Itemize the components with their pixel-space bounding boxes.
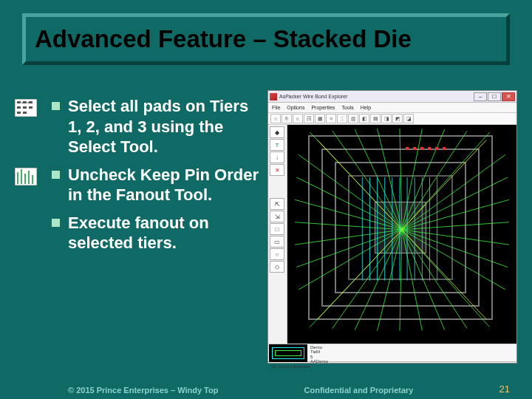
menu-item[interactable]: Properties <box>311 105 335 110</box>
svg-line-21 <box>400 129 402 230</box>
palette-button[interactable]: ⇲ <box>270 211 284 222</box>
svg-line-32 <box>402 230 445 330</box>
toolbar-button[interactable]: 田 <box>304 114 314 123</box>
confidential-text: Confidential and Proprietary <box>304 386 414 395</box>
svg-rect-3 <box>29 101 33 103</box>
design-canvas[interactable] <box>287 125 516 344</box>
wire-bonds <box>287 125 516 344</box>
toolbar-button[interactable]: ░ <box>337 114 347 123</box>
svg-line-42 <box>402 155 505 230</box>
svg-line-71 <box>318 140 402 230</box>
menu-item[interactable]: File <box>272 105 280 110</box>
toolbar-button[interactable]: ◨ <box>381 114 392 123</box>
maximize-button[interactable]: □ <box>488 92 501 101</box>
palette-button[interactable]: ↓ <box>270 151 284 163</box>
svg-line-47 <box>402 230 508 267</box>
pad <box>413 147 416 150</box>
window-titlebar: AsPacker Wire Bond Explorer – □ ✕ <box>268 91 516 103</box>
pad <box>406 147 409 150</box>
bullet-list: Select all pads on Tiers 1, 2, and 3 usi… <box>13 96 261 261</box>
bullet-item: Select all pads on Tiers 1, 2, and 3 usi… <box>13 96 261 157</box>
slide-footer: © 2015 Prince Enterprises – Windy Top Co… <box>0 383 532 395</box>
svg-line-44 <box>402 200 509 230</box>
toolbar-button[interactable]: ≡ <box>326 114 336 123</box>
menu-item[interactable]: Help <box>361 105 371 110</box>
svg-rect-2 <box>23 101 27 103</box>
palette-button[interactable]: ▭ <box>270 236 284 248</box>
svg-rect-1 <box>17 101 21 103</box>
select-tool-icon <box>13 98 38 118</box>
toolbar: ⌂ ⎘ ⎌ 田 ▦ ≡ ░ ▥ ◧ ▤ ◨ ◩ ◪ <box>268 113 516 125</box>
bullet-text: Uncheck Keep Pin Order in the Fanout Too… <box>68 165 261 205</box>
svg-line-23 <box>402 129 445 230</box>
toolbar-button[interactable]: ⎌ <box>293 114 303 123</box>
svg-line-18 <box>332 131 402 230</box>
fanout-tool-icon <box>13 166 38 187</box>
page-number: 21 <box>499 383 510 395</box>
svg-line-37 <box>295 200 402 230</box>
palette-button[interactable]: ◇ <box>270 261 284 273</box>
palette-button[interactable]: ⇱ <box>270 198 284 210</box>
svg-rect-5 <box>23 106 27 109</box>
pad <box>443 147 446 150</box>
svg-line-36 <box>296 177 402 230</box>
toolbar-button[interactable]: ◩ <box>392 114 403 123</box>
toolbar-button[interactable]: ⎘ <box>282 114 292 123</box>
svg-line-28 <box>355 230 402 330</box>
object-list: Demo TieM 5 AADemo <box>308 344 516 361</box>
palette-button[interactable]: ○ <box>270 248 284 260</box>
window-title: AsPacker Wire Bond Explorer <box>279 94 348 99</box>
toolbar-button[interactable]: ◪ <box>403 114 414 123</box>
palette-button[interactable]: □ <box>270 223 284 235</box>
svg-line-43 <box>402 177 508 230</box>
svg-line-48 <box>402 230 505 290</box>
svg-rect-6 <box>29 106 33 109</box>
minimize-button[interactable]: – <box>474 92 487 101</box>
svg-line-40 <box>296 230 402 267</box>
pad <box>428 147 431 150</box>
svg-line-30 <box>400 230 402 331</box>
svg-rect-4 <box>17 106 21 109</box>
svg-rect-8 <box>23 112 27 114</box>
svg-line-45 <box>402 222 509 230</box>
thumbnail[interactable] <box>269 344 307 362</box>
bullet-marker <box>43 213 68 227</box>
bullet-text: Select all pads on Tiers 1, 2, and 3 usi… <box>68 96 261 157</box>
title-frame: Advanced Feature – Stacked Die <box>22 13 510 65</box>
menu-item[interactable]: Options <box>287 105 304 110</box>
bullet-item: Execute fanout on selected tiers. <box>13 213 261 253</box>
bottom-panel: Demo TieM 5 AADemo <box>268 344 516 361</box>
svg-line-27 <box>332 230 402 329</box>
copyright-text: © 2015 Prince Enterprises – Windy Top <box>68 386 218 395</box>
menu-bar: File Options Properties Tools Help <box>268 103 516 113</box>
bullet-marker <box>43 165 68 179</box>
toolbar-button[interactable]: ▥ <box>348 114 358 123</box>
svg-line-73 <box>318 230 402 320</box>
app-screenshot: AsPacker Wire Bond Explorer – □ ✕ File O… <box>267 90 517 364</box>
palette-button[interactable]: ✕ <box>270 164 284 176</box>
toolbar-button[interactable]: ▦ <box>315 114 325 123</box>
svg-line-46 <box>402 230 509 245</box>
bullet-item: Uncheck Keep Pin Order in the Fanout Too… <box>13 165 261 205</box>
list-item[interactable]: AADemo <box>310 359 514 364</box>
menu-item[interactable]: Tools <box>341 105 353 110</box>
slide-title: Advanced Feature – Stacked Die <box>35 25 412 53</box>
svg-rect-7 <box>17 112 21 114</box>
palette-button[interactable]: ◆ <box>270 126 284 138</box>
app-icon <box>270 93 277 100</box>
close-button[interactable]: ✕ <box>502 92 515 101</box>
svg-line-38 <box>295 222 402 230</box>
palette-button[interactable]: T <box>270 139 284 151</box>
svg-line-34 <box>402 230 490 327</box>
spacer-icon <box>13 214 38 235</box>
svg-line-29 <box>378 230 402 331</box>
tool-palette: ◆ T ↓ ✕ ⇱ ⇲ □ ▭ ○ ◇ <box>268 125 287 344</box>
pad <box>435 147 438 150</box>
svg-line-41 <box>299 230 402 290</box>
toolbar-button[interactable]: ◧ <box>359 114 369 123</box>
bullet-marker <box>43 96 68 110</box>
toolbar-button[interactable]: ⌂ <box>270 114 281 123</box>
toolbar-button[interactable]: ▤ <box>370 114 381 123</box>
svg-line-19 <box>355 129 402 230</box>
bullet-text: Execute fanout on selected tiers. <box>68 213 261 253</box>
